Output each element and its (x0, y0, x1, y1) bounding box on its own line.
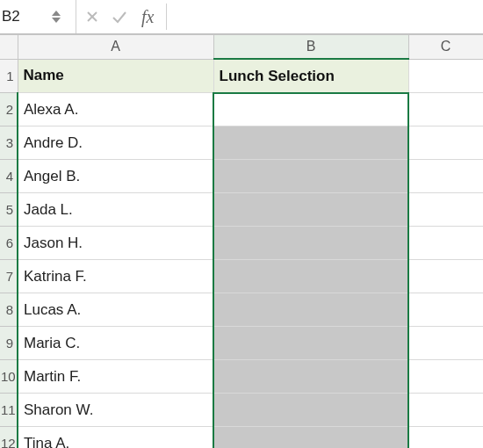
row-header[interactable]: 11 (0, 394, 18, 427)
table-row: 3Andre D. (0, 126, 483, 160)
column-header-A[interactable]: A (18, 35, 213, 60)
enter-icon (112, 10, 127, 24)
cell-A3[interactable]: Andre D. (18, 126, 213, 160)
row-header[interactable]: 12 (0, 427, 18, 449)
row-header[interactable]: 6 (0, 227, 18, 260)
cell-B11[interactable] (213, 394, 408, 427)
column-header-row: ABC (0, 35, 483, 60)
cell-B6[interactable] (213, 227, 408, 260)
name-box-wrap (0, 0, 76, 33)
cell-A7[interactable]: Katrina F. (18, 260, 213, 293)
cell-B1[interactable]: Lunch Selection (213, 59, 408, 93)
cancel-icon (85, 10, 99, 24)
cell-B10[interactable] (213, 360, 408, 394)
select-all-corner[interactable] (0, 35, 18, 60)
cell-C10[interactable] (408, 360, 483, 394)
column-header-B[interactable]: B (213, 35, 408, 60)
cell-A5[interactable]: Jada L. (18, 193, 213, 227)
formula-controls: fx (76, 0, 162, 33)
formula-bar: fx (0, 0, 483, 34)
fx-icon[interactable]: fx (141, 7, 154, 27)
row-header[interactable]: 5 (0, 193, 18, 227)
table-row: 2Alexa A. (0, 93, 483, 126)
table-row: 9Maria C. (0, 327, 483, 360)
cell-C7[interactable] (408, 260, 483, 293)
cell-B5[interactable] (213, 193, 408, 227)
cell-A10[interactable]: Martin F. (18, 360, 213, 394)
cell-C4[interactable] (408, 160, 483, 193)
table-row: 7Katrina F. (0, 260, 483, 293)
table-row: 5Jada L. (0, 193, 483, 227)
cell-C12[interactable] (408, 427, 483, 449)
cell-B9[interactable] (213, 327, 408, 360)
cell-C6[interactable] (408, 227, 483, 260)
svg-marker-1 (52, 18, 61, 23)
cell-C9[interactable] (408, 327, 483, 360)
row-header[interactable]: 2 (0, 93, 18, 126)
name-box-spinner[interactable] (51, 10, 61, 24)
cell-C2[interactable] (408, 93, 483, 126)
cell-A4[interactable]: Angel B. (18, 160, 213, 193)
column-header-C[interactable]: C (408, 35, 483, 60)
cell-C11[interactable] (408, 394, 483, 427)
table-row: 11Sharon W. (0, 394, 483, 427)
cell-B4[interactable] (213, 160, 408, 193)
table-row: 6Jason H. (0, 227, 483, 260)
cell-A11[interactable]: Sharon W. (18, 394, 213, 427)
row-header[interactable]: 4 (0, 160, 18, 193)
table-row: 4Angel B. (0, 160, 483, 193)
cell-A12[interactable]: Tina A. (18, 427, 213, 449)
cell-C1[interactable] (408, 59, 483, 93)
chevron-down-icon (51, 17, 61, 24)
row-header[interactable]: 8 (0, 293, 18, 327)
row-header[interactable]: 7 (0, 260, 18, 293)
table-row: 8Lucas A. (0, 293, 483, 327)
row-header[interactable]: 3 (0, 126, 18, 160)
cell-A2[interactable]: Alexa A. (18, 93, 213, 126)
formula-input[interactable] (166, 4, 483, 30)
cell-A1[interactable]: Name (18, 59, 213, 93)
sheet-grid: ABC 1NameLunch Selection2Alexa A.3Andre … (0, 34, 483, 448)
row-header[interactable]: 1 (0, 59, 18, 93)
cell-C8[interactable] (408, 293, 483, 327)
cell-B2[interactable] (213, 93, 408, 126)
row-header[interactable]: 10 (0, 360, 18, 394)
svg-marker-0 (52, 11, 61, 16)
table-row: 10Martin F. (0, 360, 483, 394)
spreadsheet-table[interactable]: ABC 1NameLunch Selection2Alexa A.3Andre … (0, 34, 483, 448)
row-header[interactable]: 9 (0, 327, 18, 360)
cell-B3[interactable] (213, 126, 408, 160)
cell-C3[interactable] (408, 126, 483, 160)
cell-B12[interactable] (213, 427, 408, 449)
cell-A8[interactable]: Lucas A. (18, 293, 213, 327)
table-row: 12Tina A. (0, 427, 483, 449)
cell-A9[interactable]: Maria C. (18, 327, 213, 360)
chevron-up-icon (51, 10, 61, 17)
name-box[interactable] (0, 4, 47, 30)
cell-C5[interactable] (408, 193, 483, 227)
cell-B8[interactable] (213, 293, 408, 327)
table-row: 1NameLunch Selection (0, 59, 483, 93)
cell-A6[interactable]: Jason H. (18, 227, 213, 260)
cell-B7[interactable] (213, 260, 408, 293)
